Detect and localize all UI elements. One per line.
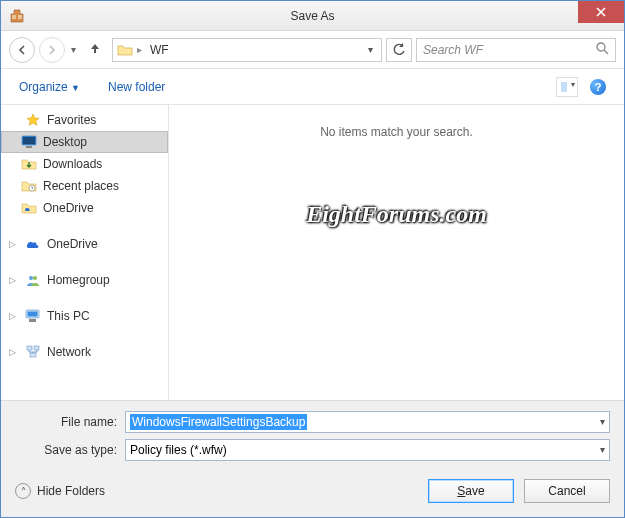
saveastype-select[interactable]: Policy files (*.wfw) ▾ <box>125 439 610 461</box>
svg-rect-5 <box>26 146 32 148</box>
organize-button[interactable]: Organize ▼ <box>19 80 80 94</box>
save-as-dialog: Save As ▾ ▸ WF ▾ Search WF <box>0 0 625 518</box>
filename-value: WindowsFirewallSettingsBackup <box>130 414 307 430</box>
sidebar-favorites-header[interactable]: Favorites <box>1 109 168 131</box>
sidebar-item-label: OneDrive <box>47 237 98 251</box>
svg-rect-4 <box>23 137 35 144</box>
sidebar-item-onedrive-fav[interactable]: OneDrive <box>1 197 168 219</box>
view-options-button[interactable] <box>556 77 578 97</box>
up-button[interactable] <box>82 41 108 58</box>
sidebar-item-label: Favorites <box>47 113 96 127</box>
folder-icon <box>117 43 133 57</box>
sidebar-item-desktop[interactable]: Desktop <box>1 131 168 153</box>
svg-rect-14 <box>30 353 36 357</box>
thispc-icon <box>25 308 41 324</box>
window-title: Save As <box>1 9 624 23</box>
breadcrumb-folder[interactable]: WF <box>146 41 173 59</box>
sidebar-item-label: Homegroup <box>47 273 110 287</box>
chevron-up-icon: ˄ <box>15 483 31 499</box>
new-folder-button[interactable]: New folder <box>108 80 165 94</box>
sidebar-item-label: Network <box>47 345 91 359</box>
sidebar-item-onedrive[interactable]: ▷ OneDrive <box>1 233 168 255</box>
nav-bar: ▾ ▸ WF ▾ Search WF <box>1 31 624 69</box>
svg-point-8 <box>33 276 37 280</box>
onedrive-icon <box>25 236 41 252</box>
saveastype-value: Policy files (*.wfw) <box>130 443 227 457</box>
sidebar-item-downloads[interactable]: Downloads <box>1 153 168 175</box>
desktop-icon <box>21 134 37 150</box>
forward-button[interactable] <box>39 37 65 63</box>
svg-rect-13 <box>34 346 39 350</box>
caret-icon: ▷ <box>9 311 19 321</box>
refresh-button[interactable] <box>386 38 412 62</box>
downloads-icon <box>21 156 37 172</box>
save-button[interactable]: Save <box>428 479 514 503</box>
network-icon <box>25 344 41 360</box>
filename-label: File name: <box>15 415 125 429</box>
sidebar-item-label: This PC <box>47 309 90 323</box>
search-icon <box>596 42 609 58</box>
svg-point-7 <box>29 276 33 280</box>
combo-dropdown-icon[interactable]: ▾ <box>600 444 605 455</box>
svg-point-2 <box>597 43 605 51</box>
sidebar-item-network[interactable]: ▷ Network <box>1 341 168 363</box>
sidebar-item-thispc[interactable]: ▷ This PC <box>1 305 168 327</box>
svg-rect-12 <box>27 346 32 350</box>
titlebar: Save As <box>1 1 624 31</box>
filename-input[interactable]: WindowsFirewallSettingsBackup ▾ <box>125 411 610 433</box>
svg-rect-10 <box>28 312 38 317</box>
saveastype-label: Save as type: <box>15 443 125 457</box>
breadcrumb-sep-icon: ▸ <box>137 44 142 55</box>
homegroup-icon <box>25 272 41 288</box>
caret-icon: ▷ <box>9 347 19 357</box>
onedrive-folder-icon <box>21 200 37 216</box>
sidebar-item-homegroup[interactable]: ▷ Homegroup <box>1 269 168 291</box>
sidebar-item-recent[interactable]: Recent places <box>1 175 168 197</box>
chevron-down-icon: ▼ <box>71 83 80 93</box>
footer: File name: WindowsFirewallSettingsBackup… <box>1 400 624 517</box>
hide-folders-button[interactable]: ˄ Hide Folders <box>15 483 105 499</box>
hide-folders-label: Hide Folders <box>37 484 105 498</box>
sidebar-item-label: Desktop <box>43 135 87 149</box>
sidebar-item-label: Downloads <box>43 157 102 171</box>
back-button[interactable] <box>9 37 35 63</box>
sidebar: Favorites Desktop Downloads <box>1 105 169 400</box>
sidebar-item-label: OneDrive <box>43 201 94 215</box>
empty-message: No items match your search. <box>320 125 473 400</box>
search-input[interactable]: Search WF <box>416 38 616 62</box>
sidebar-item-label: Recent places <box>43 179 119 193</box>
help-icon[interactable]: ? <box>590 79 606 95</box>
caret-icon: ▷ <box>9 275 19 285</box>
svg-rect-11 <box>29 319 36 322</box>
star-icon <box>25 112 41 128</box>
search-placeholder: Search WF <box>423 43 596 57</box>
toolbar: Organize ▼ New folder ? <box>1 69 624 105</box>
recent-icon <box>21 178 37 194</box>
file-list-area[interactable]: No items match your search. EightForums.… <box>169 105 624 400</box>
address-bar[interactable]: ▸ WF ▾ <box>112 38 382 62</box>
recent-locations-dropdown[interactable]: ▾ <box>69 44 78 55</box>
combo-dropdown-icon[interactable]: ▾ <box>600 416 605 427</box>
caret-icon: ▷ <box>9 239 19 249</box>
address-dropdown-icon[interactable]: ▾ <box>364 44 377 55</box>
cancel-button[interactable]: Cancel <box>524 479 610 503</box>
